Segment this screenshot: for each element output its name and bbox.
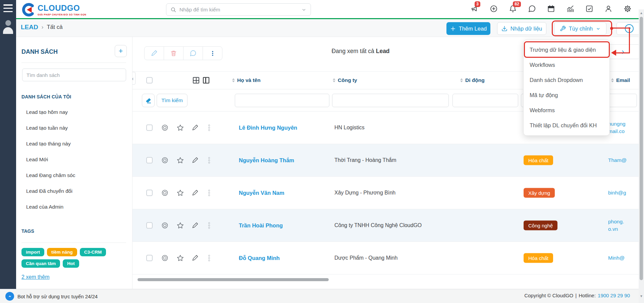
star-icon[interactable] bbox=[176, 222, 184, 229]
sidebar-item-lead-new[interactable]: Lead Mới bbox=[16, 152, 132, 167]
column-header-name[interactable]: Họ và tên bbox=[232, 77, 261, 83]
tag-chip[interactable]: C3-CRM bbox=[80, 248, 106, 256]
tag-chip[interactable]: Hot bbox=[63, 259, 79, 268]
global-search-input[interactable] bbox=[179, 7, 298, 13]
row-more-icon[interactable] bbox=[208, 125, 210, 131]
row-checkbox[interactable] bbox=[146, 157, 153, 164]
row-more-icon[interactable] bbox=[208, 190, 210, 196]
quick-add-icon[interactable] bbox=[490, 5, 498, 13]
chevron-down-icon[interactable] bbox=[301, 7, 307, 12]
edit-pencil-icon[interactable] bbox=[192, 189, 199, 197]
support-bot[interactable]: Bot hỗ trợ sử dụng trực tuyến 24/24 bbox=[5, 292, 98, 301]
table-row[interactable]: Nguyễn Văn Nam Xây Dựng - Phương Bình Xâ… bbox=[132, 177, 639, 209]
star-icon[interactable] bbox=[176, 189, 184, 197]
add-lead-button[interactable]: Thêm Lead bbox=[446, 22, 490, 35]
lead-email[interactable]: hungngmail.co bbox=[608, 120, 638, 135]
grid-view-icon[interactable] bbox=[193, 77, 199, 84]
announcement-icon[interactable]: 3 bbox=[471, 5, 479, 13]
edit-pencil-icon[interactable] bbox=[192, 222, 199, 229]
table-row[interactable]: Trần Hoài Phong Công ty TNHH Công Nghệ C… bbox=[132, 209, 639, 242]
menu-item-webforms[interactable]: Webforms bbox=[524, 103, 609, 118]
column-header-email[interactable]: Email bbox=[611, 77, 630, 83]
lead-email[interactable]: phong.o.vn bbox=[608, 218, 638, 233]
vertical-scrollbar[interactable]: ▲ ▼ bbox=[639, 9, 644, 303]
customize-button[interactable]: Tùy chỉnh bbox=[554, 22, 606, 35]
column-header-company[interactable]: Công ty bbox=[333, 77, 357, 83]
add-list-button[interactable]: + bbox=[115, 45, 127, 57]
column-view-icon[interactable] bbox=[203, 77, 209, 84]
sidebar-collapse-handle[interactable]: ‹ bbox=[132, 72, 136, 85]
menu-item-workflows[interactable]: Workflows bbox=[524, 57, 609, 73]
lead-name-link[interactable]: Nguyễn Văn Nam bbox=[239, 190, 284, 196]
lead-name-link[interactable]: Trần Hoài Phong bbox=[239, 222, 283, 229]
menu-item-dropdown-lists[interactable]: Danh sách Dropdown bbox=[524, 73, 609, 88]
sidebar-item-lead-converted[interactable]: Lead Đã chuyển đổi bbox=[16, 183, 132, 199]
notifications-bell-icon[interactable]: 82 bbox=[509, 5, 517, 13]
clear-filter-button[interactable] bbox=[142, 94, 155, 107]
row-more-icon[interactable] bbox=[208, 222, 210, 229]
view-icon[interactable] bbox=[161, 124, 169, 132]
lead-email[interactable]: Minh@ bbox=[608, 254, 638, 262]
edit-pencil-icon[interactable] bbox=[192, 157, 199, 164]
sidebar-item-lead-this-month[interactable]: Lead tạo tháng này bbox=[16, 136, 132, 152]
user-avatar[interactable] bbox=[2, 20, 14, 35]
see-more-tags-link[interactable]: 2 xem thêm bbox=[21, 274, 50, 280]
filter-input-mobile[interactable] bbox=[452, 94, 518, 107]
settings-gear-icon[interactable] bbox=[624, 5, 632, 13]
row-more-icon[interactable] bbox=[208, 255, 210, 261]
global-search[interactable] bbox=[166, 3, 311, 16]
edit-pencil-icon[interactable] bbox=[192, 255, 199, 262]
hotline-number[interactable]: 1900 29 29 90 bbox=[598, 293, 630, 298]
help-button[interactable]: ? bbox=[616, 22, 642, 35]
menu-item-conversion-setup[interactable]: Thiết lập DL chuyển đổi KH bbox=[524, 118, 609, 133]
scroll-up-arrow[interactable]: ▲ bbox=[639, 11, 644, 15]
scroll-down-arrow[interactable]: ▼ bbox=[639, 294, 644, 298]
lead-email[interactable]: binh@g bbox=[608, 189, 638, 197]
sidebar-item-lead-today[interactable]: Lead tạo hôm nay bbox=[16, 104, 132, 120]
row-more-icon[interactable] bbox=[208, 157, 210, 164]
table-row[interactable]: Nguyễn Hoàng Thắm Thời Trang - Hoàng Thắ… bbox=[132, 144, 639, 177]
view-icon[interactable] bbox=[161, 189, 169, 197]
bulk-comment-button[interactable] bbox=[183, 46, 203, 60]
tasks-check-icon[interactable] bbox=[585, 5, 593, 13]
bulk-edit-button[interactable] bbox=[144, 46, 164, 60]
lead-name-link[interactable]: Nguyễn Hoàng Thắm bbox=[239, 157, 294, 164]
lead-email[interactable]: Tham@ bbox=[608, 157, 638, 164]
bulk-more-button[interactable] bbox=[203, 46, 222, 60]
row-checkbox[interactable] bbox=[146, 222, 153, 229]
tag-chip[interactable]: Cần quan tâm bbox=[21, 259, 60, 268]
star-icon[interactable] bbox=[176, 157, 184, 164]
tag-chip[interactable]: import bbox=[21, 248, 44, 256]
lead-name-link[interactable]: Lê Đình Hưng Nguyên bbox=[239, 125, 297, 131]
view-icon[interactable] bbox=[161, 254, 169, 262]
profile-icon[interactable] bbox=[604, 5, 612, 13]
row-checkbox[interactable] bbox=[146, 255, 153, 261]
view-icon[interactable] bbox=[161, 222, 169, 229]
calendar-icon[interactable] bbox=[547, 5, 555, 13]
sidebar-item-lead-this-week[interactable]: Lead tạo tuần này bbox=[16, 120, 132, 136]
hamburger-menu-icon[interactable] bbox=[3, 4, 13, 12]
lead-name-link[interactable]: Đỗ Quang Minh bbox=[239, 255, 280, 261]
breadcrumb-module[interactable]: LEAD bbox=[21, 24, 38, 31]
filter-input-company[interactable] bbox=[332, 94, 449, 107]
sidebar-item-lead-admin[interactable]: Lead của Admin bbox=[16, 199, 132, 215]
menu-item-fields-ui[interactable]: Trường dữ liệu & giao diện bbox=[524, 42, 609, 57]
select-all-checkbox[interactable] bbox=[146, 77, 153, 84]
import-data-button[interactable]: Nhập dữ liệu bbox=[497, 22, 546, 35]
next-page-button[interactable]: › bbox=[605, 44, 639, 59]
filter-input-name[interactable] bbox=[235, 94, 329, 107]
row-checkbox[interactable] bbox=[146, 190, 153, 196]
cloudgo-logo[interactable]: CLOUDGO GIẢI PHÁP CHUYỂN ĐỔI SỐ TINH GỌN bbox=[21, 3, 86, 17]
table-row[interactable]: Đỗ Quang Minh Dược Phẩm - Quang Minh Hóa… bbox=[132, 242, 639, 274]
view-icon[interactable] bbox=[161, 157, 169, 164]
star-icon[interactable] bbox=[176, 254, 184, 262]
horizontal-scrollbar-thumb[interactable] bbox=[138, 278, 329, 281]
star-icon[interactable] bbox=[176, 124, 184, 132]
column-header-mobile[interactable]: Di động bbox=[460, 77, 485, 83]
tag-chip[interactable]: tiềm năng bbox=[47, 248, 77, 256]
list-search-input[interactable] bbox=[22, 69, 126, 81]
menu-item-auto-code[interactable]: Mã tự động bbox=[524, 88, 609, 103]
filter-search-button[interactable]: Tìm kiếm bbox=[157, 94, 187, 107]
bulk-delete-button[interactable] bbox=[164, 46, 183, 60]
vertical-scrollbar-thumb[interactable] bbox=[640, 17, 643, 280]
